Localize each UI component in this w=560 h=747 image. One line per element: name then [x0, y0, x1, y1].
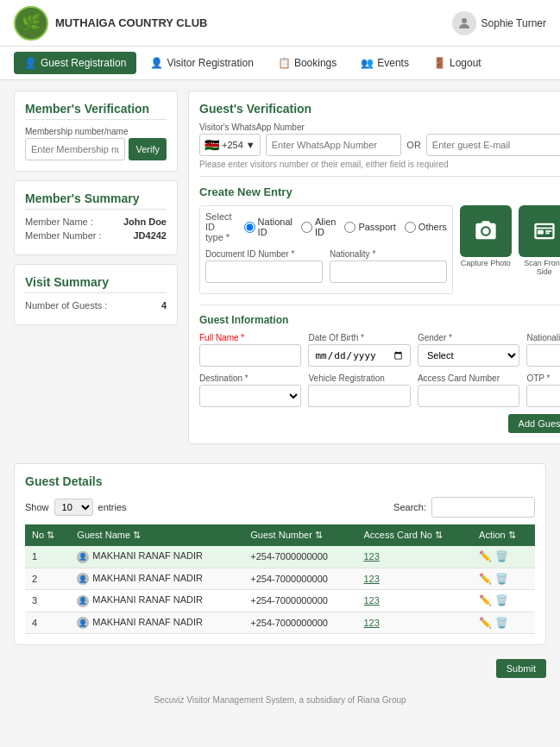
guest-verification-card: Guest's Verification Visitor's WhatsApp … — [188, 91, 560, 444]
email-input[interactable] — [426, 134, 560, 156]
guest-form-buttons: Add Guest Submit — [199, 414, 560, 433]
doc-number-label: Document ID Number * — [205, 249, 323, 259]
whatsapp-input[interactable] — [266, 134, 402, 156]
delete-icon[interactable]: 🗑️ — [495, 617, 508, 629]
radio-alien-id[interactable]: Alien ID — [301, 217, 336, 237]
user-info: Sophie Turner — [452, 11, 546, 35]
add-guest-button[interactable]: Add Guest — [508, 414, 560, 433]
user-icon: 👤 — [77, 551, 89, 563]
cell-guest-name: 👤MAKHANI RANAF NADIR — [70, 612, 243, 634]
member-summary-title: Member's Summary — [25, 191, 167, 210]
guest-details-section: Guest Details Show 10 25 50 entries Sear… — [14, 463, 546, 645]
nationality-field: Nationality * — [330, 249, 447, 283]
id-type-label: Select ID type * — [205, 211, 232, 242]
edit-icon[interactable]: ✏️ — [479, 594, 492, 606]
guest-table: No ⇅ Guest Name ⇅ Guest Number ⇅ Access … — [25, 524, 535, 634]
member-verification-title: Member's Verification — [25, 102, 167, 120]
doc-number-field: Document ID Number * — [205, 249, 323, 283]
header: 🌿 MUTHAIGA COUNTRY CLUB Sophie Turner — [0, 0, 560, 47]
gender-label: Gender * — [418, 333, 519, 342]
scan-buttons-group: Capture Photo Scan Front-Side — [460, 205, 560, 276]
vehicle-reg-field: Vehicle Registration — [308, 374, 410, 407]
edit-icon[interactable]: ✏️ — [479, 550, 492, 562]
right-panel: Guest's Verification Visitor's WhatsApp … — [188, 91, 560, 453]
member-number-value: JD4242 — [133, 230, 167, 241]
edit-icon[interactable]: ✏️ — [479, 573, 492, 585]
radio-national-id[interactable]: National ID — [244, 217, 293, 237]
full-name-field: Full Name * — [199, 333, 301, 367]
gender-select[interactable]: Select Male Female — [418, 344, 519, 367]
vehicle-reg-label: Vehicle Registration — [308, 374, 410, 383]
nav-logout[interactable]: 🚪 Logout — [423, 52, 492, 74]
nationality-guest-input[interactable] — [526, 344, 560, 367]
otp-field-label: OTP * — [526, 374, 560, 383]
footer-text: Secuviz Visitor Management System, a sub… — [154, 695, 406, 705]
radio-passport[interactable]: Passport — [344, 222, 395, 233]
user-icon: 👤 — [77, 617, 89, 629]
country-code-select[interactable]: 🇰🇪 +254 ▼ — [199, 134, 261, 156]
cell-no: 4 — [25, 612, 70, 634]
table-search-input[interactable] — [431, 497, 535, 518]
verify-button[interactable]: Verify — [129, 138, 167, 160]
svg-point-0 — [462, 18, 467, 23]
cell-guest-name: 👤MAKHANI RANAF NADIR — [70, 590, 243, 612]
scan-front-label: Scan Front-Side — [519, 259, 560, 276]
delete-icon[interactable]: 🗑️ — [495, 594, 508, 606]
radio-others[interactable]: Others — [405, 222, 447, 233]
user-icon: 👤 — [77, 573, 89, 585]
show-label: Show — [25, 502, 49, 512]
delete-icon[interactable]: 🗑️ — [495, 573, 508, 585]
entries-select[interactable]: 10 25 50 — [54, 499, 93, 516]
nationality-input[interactable] — [330, 261, 447, 283]
bottom-submit-row: Submit — [14, 659, 546, 678]
final-submit-button[interactable]: Submit — [496, 659, 546, 678]
nav-events[interactable]: 👥 Events — [350, 52, 419, 74]
user-name: Sophie Turner — [481, 17, 546, 29]
guest-info-title: Guest Information — [199, 314, 560, 326]
whatsapp-label: Visitor's WhatsApp Number — [199, 122, 560, 132]
otp-input[interactable] — [526, 385, 560, 407]
destination-label: Destination * — [199, 374, 301, 383]
cell-guest-name: 👤MAKHANI RANAF NADIR — [70, 568, 243, 590]
cell-guest-number: +254-7000000000 — [243, 546, 356, 568]
member-name-value: John Doe — [123, 217, 167, 227]
guests-row: Number of Guests : 4 — [25, 300, 167, 311]
otp-field: OTP * — [526, 374, 560, 407]
col-no: No ⇅ — [25, 524, 70, 546]
destination-select[interactable] — [199, 385, 301, 407]
entries-label: entries — [98, 502, 127, 512]
nav-guest-registration[interactable]: 👤 Guest Registration — [14, 52, 136, 74]
capture-photo-button[interactable] — [460, 205, 512, 257]
full-name-input[interactable] — [199, 344, 301, 367]
cell-access-card: 123 — [357, 568, 473, 590]
guests-label: Number of Guests : — [25, 300, 107, 311]
col-action: Action ⇅ — [472, 524, 535, 546]
edit-icon[interactable]: ✏️ — [479, 617, 492, 629]
nationality-guest-label: Nationality — [526, 333, 560, 342]
dob-input[interactable] — [308, 344, 410, 367]
scan-front-wrapper: Scan Front-Side — [519, 205, 560, 276]
access-card-input[interactable] — [418, 385, 519, 407]
person-icon-2: 👤 — [150, 57, 163, 69]
cell-action: ✏️ 🗑️ — [472, 590, 535, 612]
scan-front-button[interactable] — [519, 205, 560, 257]
action-icons: ✏️ 🗑️ — [479, 617, 528, 629]
member-summary-card: Member's Summary Member Name : John Doe … — [14, 180, 178, 255]
country-code: +254 — [222, 140, 243, 150]
or-label: OR — [406, 140, 421, 150]
vehicle-reg-input[interactable] — [308, 385, 410, 407]
gender-field: Gender * Select Male Female — [418, 333, 519, 367]
doc-number-input[interactable] — [205, 261, 323, 283]
member-name-row: Member Name : John Doe — [25, 217, 167, 227]
nav-bookings[interactable]: 📋 Bookings — [267, 52, 347, 74]
guest-details-title: Guest Details — [25, 474, 535, 488]
nav-visitor-registration[interactable]: 👤 Visitor Registration — [140, 52, 264, 74]
logo-icon: 🌿 — [14, 6, 48, 41]
col-guest-number: Guest Number ⇅ — [243, 524, 356, 546]
delete-icon[interactable]: 🗑️ — [495, 550, 508, 562]
nationality-label: Nationality * — [330, 249, 447, 259]
logo-area: 🌿 MUTHAIGA COUNTRY CLUB — [14, 6, 207, 41]
membership-input[interactable] — [25, 138, 125, 160]
guest-info-row1: Full Name * Date Of Birth * Gender * Sel… — [199, 333, 560, 367]
cell-guest-number: +254-7000000000 — [243, 568, 356, 590]
